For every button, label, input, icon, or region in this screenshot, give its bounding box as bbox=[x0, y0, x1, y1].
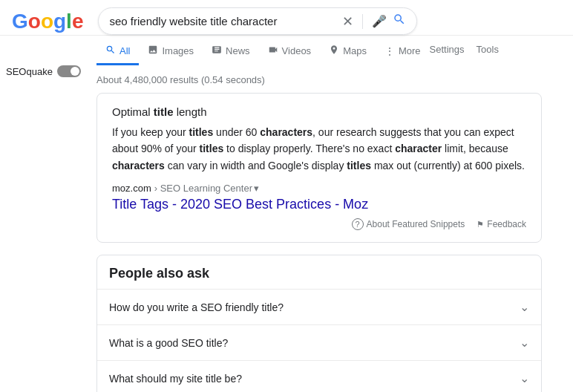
about-label: About Featured Snippets bbox=[367, 219, 465, 229]
tools-link[interactable]: Tools bbox=[477, 44, 499, 55]
snippet-domain: moz.com bbox=[112, 183, 151, 194]
seoquake-toggle[interactable] bbox=[57, 65, 81, 77]
question-icon: ? bbox=[352, 218, 364, 230]
paa-question-3: What should my site title be? bbox=[109, 373, 242, 385]
news-icon bbox=[212, 45, 222, 57]
featured-snippet: Optimal title length If you keep your ti… bbox=[96, 93, 542, 243]
snippet-title-rest: length bbox=[174, 105, 207, 118]
clear-icon[interactable]: ✕ bbox=[342, 15, 353, 28]
chevron-down-icon-2 bbox=[520, 336, 529, 350]
snippet-title: Optimal title length bbox=[112, 105, 526, 118]
header: Google ✕ 🎤 bbox=[0, 0, 573, 36]
logo-letter-e: e bbox=[72, 10, 84, 33]
seoquake-bar: SEOquake bbox=[6, 65, 81, 77]
logo-letter-l: l bbox=[66, 10, 72, 33]
breadcrumb-text: › SEO Learning Center bbox=[154, 183, 252, 194]
voice-search-icon[interactable]: 🎤 bbox=[372, 14, 387, 28]
logo-letter-o1: o bbox=[28, 10, 41, 33]
paa-title: People also ask bbox=[97, 255, 541, 289]
logo-letter-o2: o bbox=[41, 10, 53, 33]
videos-icon bbox=[268, 45, 278, 57]
chevron-down-icon-3 bbox=[520, 371, 529, 385]
search-button-icon[interactable] bbox=[393, 13, 406, 30]
results-count: About 4,480,000 results (0.54 seconds) bbox=[96, 74, 573, 85]
tab-more-label: More bbox=[399, 45, 421, 56]
logo-letter-g: G bbox=[12, 10, 28, 33]
search-input[interactable] bbox=[109, 15, 336, 27]
snippet-breadcrumb: › SEO Learning Center ▾ bbox=[154, 183, 259, 194]
feedback-label: Feedback bbox=[487, 219, 526, 229]
tab-all[interactable]: All bbox=[96, 39, 139, 65]
snippet-footer: ? About Featured Snippets ⚑ Feedback bbox=[112, 218, 526, 230]
tab-more[interactable]: ⋮ More bbox=[376, 39, 430, 65]
logo-letter-g2: g bbox=[53, 10, 66, 33]
nav-settings: Settings Tools bbox=[430, 44, 499, 61]
images-icon bbox=[148, 45, 158, 57]
about-featured-snippets[interactable]: ? About Featured Snippets bbox=[352, 218, 465, 230]
tab-all-label: All bbox=[119, 45, 130, 56]
google-logo[interactable]: Google bbox=[12, 11, 83, 32]
tab-maps-label: Maps bbox=[343, 45, 367, 56]
tab-maps[interactable]: Maps bbox=[320, 39, 376, 65]
paa-item-1[interactable]: How do you write a SEO friendly title? bbox=[97, 289, 541, 324]
all-icon bbox=[105, 45, 116, 57]
chevron-down-icon-1 bbox=[520, 300, 529, 314]
tab-images[interactable]: Images bbox=[139, 39, 203, 65]
settings-link[interactable]: Settings bbox=[430, 44, 465, 55]
search-bar: ✕ 🎤 bbox=[98, 7, 417, 35]
tab-news-label: News bbox=[226, 45, 250, 56]
paa-question-2: What is a good SEO title? bbox=[109, 337, 228, 349]
snippet-body: If you keep your titles under 60 charact… bbox=[112, 124, 526, 174]
tab-videos[interactable]: Videos bbox=[259, 39, 321, 65]
tab-videos-label: Videos bbox=[282, 45, 312, 56]
paa-item-3[interactable]: What should my site title be? bbox=[97, 360, 541, 392]
seoquake-label: SEOquake bbox=[6, 66, 53, 77]
people-also-ask-box: People also ask How do you write a SEO f… bbox=[96, 255, 542, 392]
snippet-feedback[interactable]: ⚑ Feedback bbox=[477, 219, 526, 229]
paa-question-1: How do you write a SEO friendly title? bbox=[109, 301, 284, 313]
snippet-source: moz.com › SEO Learning Center ▾ bbox=[112, 183, 526, 194]
snippet-link[interactable]: Title Tags - 2020 SEO Best Practices - M… bbox=[112, 197, 526, 212]
more-icon: ⋮ bbox=[384, 45, 395, 57]
snippet-title-bold: title bbox=[154, 105, 174, 118]
tab-news[interactable]: News bbox=[203, 39, 259, 65]
search-divider bbox=[362, 14, 363, 29]
maps-icon bbox=[329, 45, 339, 57]
nav-tabs: All Images News Videos Maps ⋮ More Setti… bbox=[0, 36, 573, 65]
snippet-title-plain: Optimal bbox=[112, 105, 154, 118]
tab-images-label: Images bbox=[162, 45, 194, 56]
paa-item-2[interactable]: What is a good SEO title? bbox=[97, 324, 541, 360]
main-content: About 4,480,000 results (0.54 seconds) O… bbox=[0, 65, 573, 392]
breadcrumb-arrow[interactable]: ▾ bbox=[254, 183, 259, 194]
flag-icon: ⚑ bbox=[477, 220, 484, 229]
